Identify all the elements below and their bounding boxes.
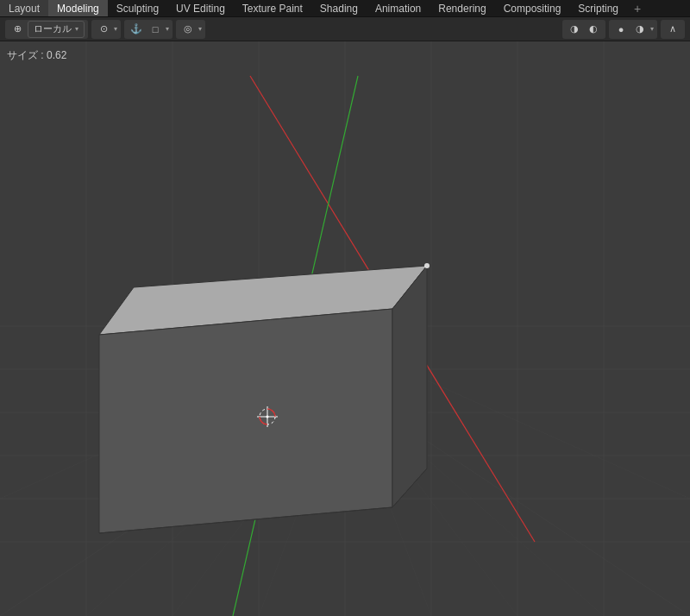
transform-group: ⊕ ローカル ▾ [5, 20, 88, 39]
viewport-3d[interactable]: サイズ : 0.62 [0, 41, 690, 616]
material-shading-btn[interactable]: ◑ [631, 21, 649, 38]
top-menu-bar: Layout Modeling Sculpting UV Editing Tex… [0, 0, 690, 17]
extra-group: ∧ [661, 20, 685, 39]
pivot-arrow-icon: ▾ [114, 25, 117, 33]
menu-animation[interactable]: Animation [367, 0, 430, 16]
grid-canvas [0, 41, 690, 616]
menu-uv-editing[interactable]: UV Editing [167, 0, 234, 16]
menu-texture-paint[interactable]: Texture Paint [234, 0, 311, 16]
proportional-group: ◎ ▾ [176, 20, 205, 39]
shading-arrow-icon: ▾ [650, 25, 654, 33]
transform-cursor-btn[interactable]: ⊕ [9, 21, 26, 38]
overlay-btn[interactable]: ◑ [566, 21, 583, 38]
overlay-group: ◑ ◐ [562, 20, 605, 39]
snap-arrow-icon: ▾ [166, 25, 169, 33]
menu-compositing[interactable]: Compositing [495, 0, 570, 16]
snap-group: ⚓ □ ▾ [124, 20, 172, 39]
menu-rendering[interactable]: Rendering [430, 0, 494, 16]
toolbar: ⊕ ローカル ▾ ⊙ ▾ ⚓ □ ▾ ◎ ▾ ◑ ◐ ● ◑ ▾ ∧ [0, 17, 690, 41]
xray-btn[interactable]: ◐ [585, 21, 602, 38]
menu-modeling[interactable]: Modeling [48, 0, 108, 16]
menu-add-workspace[interactable]: + [627, 2, 648, 16]
menu-scripting[interactable]: Scripting [569, 0, 627, 16]
shading-group: ● ◑ ▾ [609, 20, 657, 39]
proportional-arrow-icon: ▾ [198, 25, 202, 33]
solid-shading-btn[interactable]: ● [612, 21, 630, 38]
pivot-btn[interactable]: ⊙ [95, 21, 112, 38]
menu-sculpting[interactable]: Sculpting [108, 0, 167, 16]
dropdown-arrow-icon: ▾ [75, 25, 78, 33]
transform-mode-label: ローカル [34, 22, 72, 35]
proportional-btn[interactable]: ◎ [179, 21, 197, 38]
snap-btn[interactable]: ⚓ [128, 21, 145, 38]
menu-layout[interactable]: Layout [0, 0, 48, 16]
extra-btn[interactable]: ∧ [664, 21, 681, 38]
menu-shading[interactable]: Shading [311, 0, 367, 16]
snap-options-btn[interactable]: □ [147, 21, 164, 38]
pivot-group: ⊙ ▾ [91, 20, 121, 39]
transform-mode-dropdown[interactable]: ローカル ▾ [28, 21, 85, 38]
